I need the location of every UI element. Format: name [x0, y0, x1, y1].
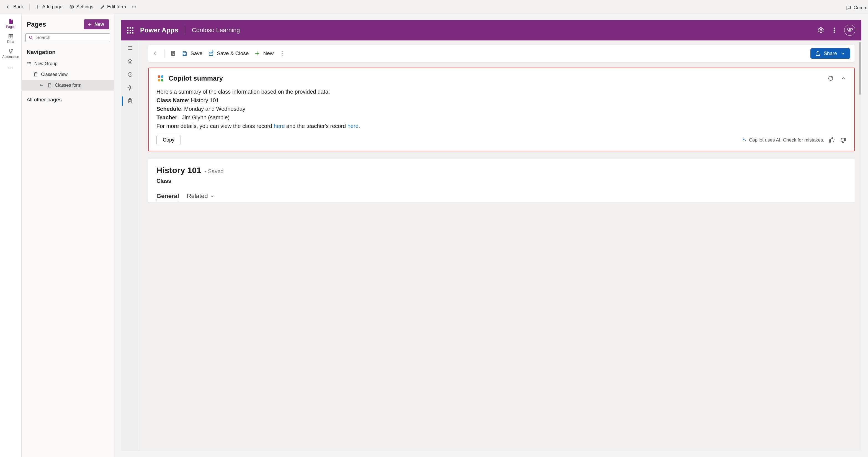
save-button[interactable]: Save: [182, 51, 203, 57]
rail-more[interactable]: ⋯: [8, 64, 14, 71]
record-entity-label: Class: [156, 178, 846, 184]
settings-button[interactable]: Settings: [66, 2, 96, 11]
list-icon: [27, 61, 32, 66]
rail-data-label: Data: [7, 40, 14, 44]
page-icon: [8, 18, 14, 24]
scrollbar-thumb[interactable]: [859, 42, 861, 95]
clipboard-gear-icon: [127, 98, 133, 104]
main-layout: Pages Data Automation ⋯ Pages New Naviga…: [0, 14, 868, 457]
copilot-more-mid: and the teacher's record: [285, 123, 347, 129]
plus-icon: [87, 22, 92, 27]
comments-button[interactable]: Comm: [843, 3, 868, 12]
back-label: Back: [13, 4, 24, 10]
avatar[interactable]: MP: [844, 25, 855, 36]
arrow-left-icon: [6, 4, 11, 9]
svg-point-14: [834, 32, 835, 32]
share-button[interactable]: Share: [810, 48, 850, 59]
svg-point-20: [282, 51, 283, 52]
designer-command-bar: Back Add page Settings Edit form Comm: [0, 0, 868, 14]
left-rail: Pages Data Automation ⋯: [0, 14, 22, 457]
share-icon: [815, 51, 821, 57]
home-icon: [127, 58, 133, 64]
new-page-button[interactable]: New: [84, 20, 109, 29]
form-command-bar: Save Save & Close New: [148, 45, 855, 62]
teacher-record-link[interactable]: here: [347, 123, 359, 129]
rail-automation[interactable]: Automation: [1, 45, 21, 60]
save-icon: [182, 51, 188, 57]
chevron-up-icon[interactable]: [840, 75, 846, 82]
svg-point-0: [71, 6, 72, 7]
search-box[interactable]: [26, 33, 110, 42]
rail-pages[interactable]: Pages: [1, 16, 21, 30]
tab-general[interactable]: General: [156, 192, 179, 200]
gear-icon[interactable]: [817, 27, 824, 33]
svg-point-8: [29, 36, 32, 38]
tab-related-label: Related: [187, 192, 208, 200]
edit-form-button[interactable]: Edit form: [97, 2, 129, 11]
save-close-label: Save & Close: [217, 51, 249, 57]
comments-label: Comm: [854, 5, 867, 10]
sidenav-pinned[interactable]: [127, 84, 134, 91]
class-record-link[interactable]: here: [274, 123, 285, 129]
sidenav-home[interactable]: [127, 58, 134, 65]
nav-new-group-label: New Group: [34, 61, 57, 66]
svg-point-5: [9, 49, 10, 51]
sidenav-hamburger[interactable]: [127, 44, 134, 52]
form-back-button[interactable]: [153, 51, 159, 57]
settings-label: Settings: [76, 4, 93, 10]
hamburger-icon: [127, 45, 133, 51]
nav-new-group[interactable]: New Group: [22, 58, 114, 69]
flow-icon: [8, 48, 14, 54]
nav-classes-view[interactable]: Classes view: [22, 69, 114, 80]
thumbs-down-icon[interactable]: [840, 137, 846, 144]
schedule-label: Schedule: [156, 106, 181, 112]
divider: [164, 49, 164, 58]
record-title-row: History 101 - Saved: [156, 165, 846, 175]
back-button[interactable]: Back: [3, 2, 27, 11]
add-page-button[interactable]: Add page: [32, 2, 65, 11]
pages-panel-header: Pages New: [22, 20, 114, 33]
more-vertical-icon: [279, 51, 285, 57]
form-overflow-button[interactable]: [279, 51, 285, 57]
rail-data[interactable]: Data: [1, 30, 21, 45]
svg-point-2: [134, 6, 134, 7]
copilot-more: For more details, you can view the class…: [156, 122, 846, 130]
copilot-line-classname: Class Name: History 101: [156, 96, 846, 105]
ai-disclaimer-text: Copilot uses AI. Check for mistakes.: [749, 138, 824, 143]
copilot-summary-card: Copilot summary Here's a summary of the …: [148, 68, 855, 151]
overflow-button[interactable]: [130, 3, 138, 11]
arrow-left-icon: [153, 51, 159, 57]
share-label: Share: [824, 51, 837, 57]
sparkle-icon: [742, 138, 747, 143]
nav-classes-form-label: Classes form: [55, 83, 82, 88]
pin-icon: [127, 85, 133, 91]
sidenav-recent[interactable]: [127, 71, 134, 78]
clock-icon: [127, 71, 133, 78]
svg-point-6: [11, 49, 12, 51]
new-record-button[interactable]: New: [254, 51, 274, 57]
class-name-label: Class Name: [156, 97, 188, 103]
nav-classes-form[interactable]: Classes form: [22, 80, 114, 91]
svg-point-13: [834, 30, 835, 30]
app-body: Save Save & Close New: [121, 40, 861, 451]
more-vertical-icon[interactable]: [831, 27, 838, 33]
record-saved-state: - Saved: [205, 168, 224, 175]
save-close-button[interactable]: Save & Close: [208, 51, 249, 57]
teacher-label: Teacher: [156, 114, 177, 120]
sidenav-current[interactable]: [127, 97, 134, 105]
gear-icon: [69, 4, 74, 9]
save-label: Save: [190, 51, 203, 57]
search-input[interactable]: [36, 35, 107, 40]
tab-related[interactable]: Related: [187, 192, 215, 200]
copy-button[interactable]: Copy: [156, 135, 181, 145]
svg-point-7: [10, 52, 11, 54]
copilot-intro: Here's a summary of the class informatio…: [156, 88, 846, 96]
svg-point-22: [282, 55, 283, 56]
more-horizontal-icon: [131, 4, 136, 9]
thumbs-up-icon[interactable]: [829, 137, 835, 144]
chevron-down-icon: [210, 193, 215, 199]
refresh-icon[interactable]: [828, 75, 834, 82]
svg-point-12: [834, 28, 835, 29]
waffle-icon[interactable]: [127, 27, 133, 33]
form-open-record-button[interactable]: [170, 51, 176, 57]
